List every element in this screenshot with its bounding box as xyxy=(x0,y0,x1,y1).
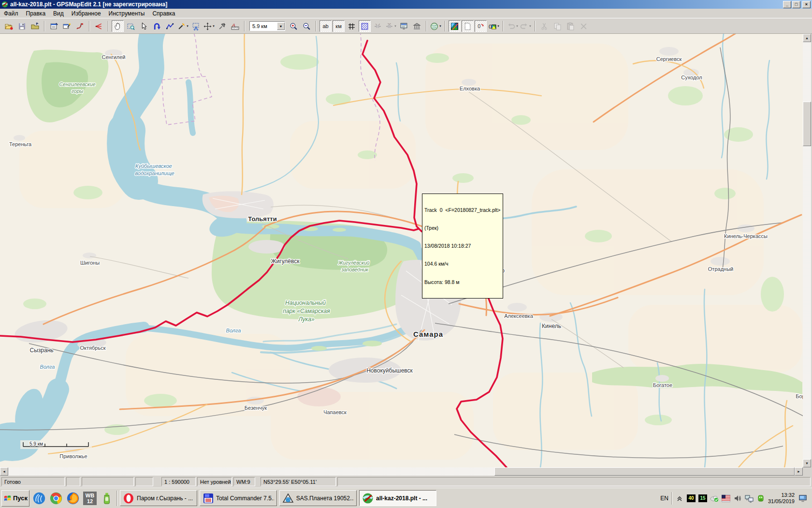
scroll-left-icon[interactable]: ◄ xyxy=(0,467,8,476)
globe-layers-button[interactable]: ▾ xyxy=(430,20,442,32)
tray-qip-icon[interactable] xyxy=(756,494,765,503)
menu-favorites[interactable]: Избранное xyxy=(68,10,105,17)
preview-dialog-button[interactable] xyxy=(398,20,410,32)
scroll-right-icon[interactable]: ► xyxy=(795,467,803,476)
magic-wand-button[interactable]: ▾ xyxy=(177,20,189,32)
map-scale-combobox[interactable]: 5.9 км ▼ xyxy=(249,21,285,31)
dropdown-caret-icon[interactable]: ▾ xyxy=(516,24,518,28)
quicklaunch-firefox-icon[interactable] xyxy=(66,491,80,506)
task-button-total-commander[interactable]: Total Commander 7.5... xyxy=(200,490,277,506)
pan-tool-button[interactable] xyxy=(112,20,124,32)
start-button[interactable]: Пуск xyxy=(1,490,29,507)
minimize-button[interactable]: _ xyxy=(783,1,791,8)
copy-button[interactable] xyxy=(551,20,564,32)
dropdown-caret-icon[interactable]: ▾ xyxy=(394,24,396,28)
cut-selection-tool-button[interactable] xyxy=(190,20,202,32)
map-properties-button[interactable] xyxy=(48,20,60,32)
uturn-tool-button[interactable] xyxy=(151,20,163,32)
join-button[interactable]: ▾ xyxy=(385,20,397,32)
combobox-dropdown-icon[interactable]: ▼ xyxy=(277,22,285,30)
tray-clock[interactable]: 13:32 31/05/2019 xyxy=(768,492,795,505)
toggle-grid-button[interactable] xyxy=(346,20,358,32)
task-button-sas-planet[interactable]: SAS.Планета 19052... xyxy=(279,490,357,506)
title-bar[interactable]: all-kaz-2018.plt - GPSMapEdit 2.1 [не за… xyxy=(0,0,812,9)
horizontal-scroll-thumb[interactable] xyxy=(494,467,795,476)
map-label: Октябрьск xyxy=(80,345,106,351)
menu-file[interactable]: Файл xyxy=(0,10,22,17)
show-desktop-icon[interactable] xyxy=(798,494,808,503)
task-label: Total Commander 7.5... xyxy=(216,495,274,502)
undo-button[interactable]: ▾ xyxy=(507,20,519,32)
rotation-zero-button[interactable]: 0 xyxy=(475,20,487,32)
measure-tool-button[interactable]: A xyxy=(229,20,241,32)
dropdown-caret-icon[interactable]: ▾ xyxy=(439,24,441,28)
tray-badge-15[interactable]: 15 xyxy=(698,494,707,502)
menu-edit[interactable]: Правка xyxy=(22,10,50,17)
vertical-scroll-thumb[interactable] xyxy=(803,102,811,146)
tray-network-icon[interactable] xyxy=(745,494,754,503)
tooltip-altitude: Высота: 98.8 м xyxy=(424,279,501,285)
dropdown-caret-icon[interactable]: ▾ xyxy=(497,24,499,28)
toggle-hatch-button[interactable] xyxy=(359,20,371,32)
horizontal-scrollbar[interactable]: ◄ ► xyxy=(0,467,803,476)
overlay-level-button[interactable]: 0▾ xyxy=(488,20,500,32)
open-file-button[interactable] xyxy=(3,20,15,32)
menu-help[interactable]: Справка xyxy=(148,10,179,17)
menu-tools[interactable]: Инструменты xyxy=(105,10,149,17)
toggle-raster-map-button[interactable] xyxy=(449,20,461,32)
poi-style-button[interactable] xyxy=(411,20,423,32)
show-rays-button[interactable] xyxy=(93,20,105,32)
tray-date: 31/05/2019 xyxy=(768,498,795,504)
task-button-gpsmapedit[interactable]: all-kaz-2018.plt - ... xyxy=(359,490,436,506)
close-button[interactable]: × xyxy=(802,1,811,8)
select-tool-button[interactable] xyxy=(138,20,150,32)
paste-button[interactable] xyxy=(565,20,577,32)
track-waypoint-button[interactable] xyxy=(74,20,86,32)
dropdown-caret-icon[interactable]: ▾ xyxy=(529,24,531,28)
map-canvas[interactable]: 5.9 км СенгилейСенгилеевскиегорыТереньга… xyxy=(0,34,803,467)
taskbar-divider xyxy=(116,491,117,506)
quicklaunch-chrome-icon[interactable] xyxy=(49,491,63,506)
quicklaunch-qip-icon[interactable] xyxy=(100,491,114,506)
task-label: SAS.Планета 19052... xyxy=(296,495,354,502)
scroll-up-icon[interactable]: ▲ xyxy=(803,34,811,42)
wizard-button[interactable] xyxy=(61,20,73,32)
map-label: Кинель-Черкассы xyxy=(724,233,768,239)
tray-volume-icon[interactable] xyxy=(733,494,742,503)
redo-button[interactable]: ▾ xyxy=(520,20,532,32)
split-button[interactable] xyxy=(372,20,384,32)
cut-button[interactable] xyxy=(538,20,551,32)
zoom-select-tool-button[interactable] xyxy=(125,20,137,32)
tray-collapse-icon[interactable] xyxy=(675,494,684,503)
map-label: горы xyxy=(72,88,84,94)
restore-button[interactable]: □ xyxy=(792,1,800,8)
tray-cloud-icon[interactable] xyxy=(710,494,719,503)
zoom-out-button[interactable] xyxy=(301,20,313,32)
toolbar-separator xyxy=(108,21,109,31)
quicklaunch-winbox-icon[interactable] xyxy=(32,491,46,506)
zoom-in-button[interactable] xyxy=(288,20,300,32)
map-scale-bar: 5.9 км xyxy=(20,440,92,449)
toggle-blank-page-button[interactable] xyxy=(462,20,474,32)
dropdown-caret-icon[interactable]: ▾ xyxy=(213,24,215,28)
quicklaunch-wb12-icon[interactable]: WB12 xyxy=(83,491,97,506)
menu-view[interactable]: Вид xyxy=(49,10,68,17)
polyline-tool-button[interactable] xyxy=(164,20,176,32)
move-map-button[interactable]: ▾ xyxy=(203,20,215,32)
tray-separator xyxy=(671,492,672,505)
task-button-opera[interactable]: Паром г.Сызрань - ... xyxy=(120,490,197,506)
open-folder-button[interactable] xyxy=(29,20,41,32)
attach-tool-button[interactable] xyxy=(216,20,228,32)
scroll-down-icon[interactable]: ▼ xyxy=(803,459,811,467)
dropdown-caret-icon[interactable]: ▾ xyxy=(187,24,188,28)
toggle-labels-button[interactable]: ab xyxy=(319,20,332,32)
tray-flag-icon[interactable] xyxy=(722,494,730,503)
map-label: Волга xyxy=(226,328,241,333)
delete-button[interactable] xyxy=(578,20,590,32)
tray-badge-40[interactable]: 40 xyxy=(687,494,696,502)
save-button[interactable] xyxy=(16,20,28,32)
status-coordinates: N53°29.55' E50°05.11' xyxy=(261,477,336,486)
language-indicator[interactable]: EN xyxy=(660,495,668,502)
toggle-scale-bar-button[interactable]: км xyxy=(333,20,345,32)
vertical-scrollbar[interactable]: ▲ ▼ xyxy=(803,34,811,467)
